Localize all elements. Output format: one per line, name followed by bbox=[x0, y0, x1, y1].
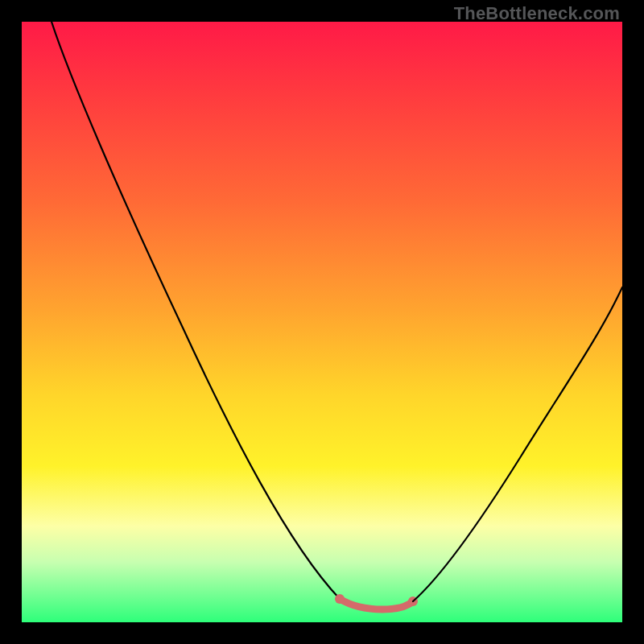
curve-left-limb bbox=[52, 22, 340, 599]
chart-frame: TheBottleneck.com bbox=[0, 0, 644, 644]
bottleneck-curve bbox=[22, 22, 622, 622]
trough-left-end bbox=[335, 594, 345, 604]
plot-area bbox=[22, 22, 622, 622]
curve-right-limb bbox=[413, 287, 622, 601]
curve-trough bbox=[340, 599, 413, 609]
